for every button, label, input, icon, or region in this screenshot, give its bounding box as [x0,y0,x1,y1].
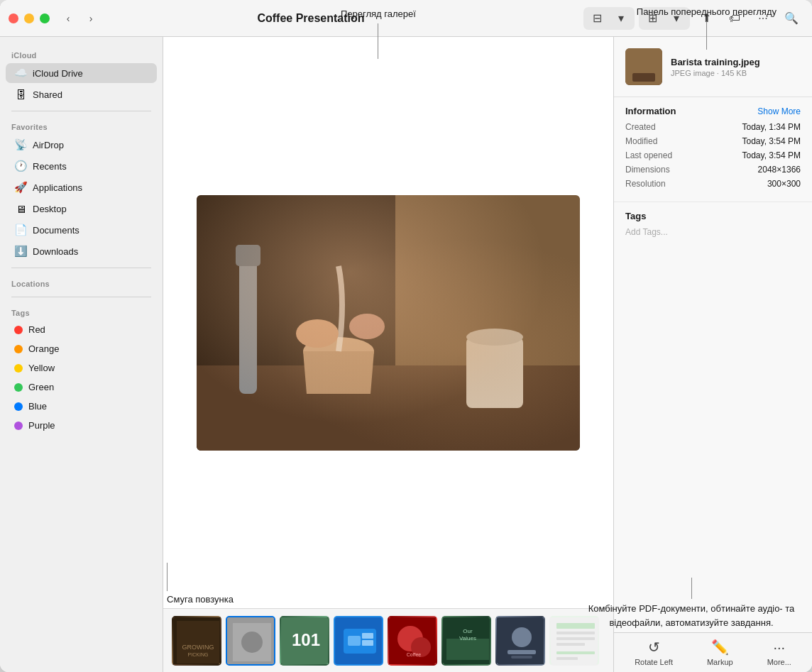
rotate-left-icon: ↺ [648,639,660,656]
dimensions-value: 2048×1366 [758,165,801,175]
svg-point-7 [466,329,523,346]
more-options-button[interactable]: ··· More... [762,637,797,669]
more-button[interactable]: ··· [751,9,775,28]
file-thumbnail [625,48,662,85]
resolution-value: 300×300 [767,179,801,189]
favorites-section-header: Favorites [0,117,163,134]
sidebar-item-tag-red[interactable]: Red [6,321,157,338]
svg-rect-6 [466,337,523,408]
svg-rect-10 [197,195,580,451]
sidebar-label-purple: Purple [28,420,55,431]
gallery-view-area[interactable] [163,37,613,608]
back-button[interactable]: ‹ [58,9,78,28]
svg-text:Values: Values [459,635,476,641]
applications-icon: 🚀 [14,181,27,194]
navigation-buttons: ‹ › [58,9,101,28]
group-button[interactable]: ⊞ ▾ [639,7,690,30]
modified-row: Modified Today, 3:54 PM [625,136,801,146]
svg-text:GROWING: GROWING [182,644,214,651]
sidebar-item-tag-blue[interactable]: Blue [6,397,157,415]
tags-section: Tags Add Tags... [614,202,812,246]
share-button[interactable]: ⬆ [694,9,718,28]
svg-rect-36 [511,656,532,659]
svg-rect-23 [362,633,373,639]
filmstrip-thumb-3[interactable]: 101 [280,616,329,666]
tags-title: Tags [625,211,801,221]
last-opened-value: Today, 3:54 PM [742,150,801,160]
coffee-barista-image [197,195,580,451]
tags-button[interactable]: 🏷 [723,9,747,28]
tag-color-blue [14,402,23,411]
sidebar-label-airdrop: AirDrop [33,140,64,150]
minimize-button[interactable] [24,13,34,23]
svg-point-17 [241,632,263,653]
information-section: Information Show More Created Today, 1:3… [614,97,812,202]
modified-label: Modified [625,136,657,146]
group-options-button[interactable]: ▾ [664,9,688,28]
modified-value: Today, 3:54 PM [742,136,801,146]
filmstrip-thumb-2[interactable] [226,616,275,666]
close-button[interactable] [9,13,18,23]
filmstrip-thumb-8[interactable] [549,616,599,666]
window-title: Coffee Presentation [109,12,512,25]
gallery-view-button[interactable]: ⊟ [585,9,609,28]
rotate-left-label: Rotate Left [635,658,673,666]
forward-button[interactable]: › [81,9,101,28]
rotate-left-button[interactable]: ↺ Rotate Left [629,636,679,669]
titlebar: ‹ › Coffee Presentation ⊟ ▾ ⊞ ▾ ⬆ 🏷 ··· … [0,0,812,37]
add-tags-field[interactable]: Add Tags... [625,227,801,237]
view-options-button[interactable]: ▾ [609,9,633,28]
sidebar-item-tag-orange[interactable]: Orange [6,340,157,358]
markup-button[interactable]: ✏️ Markup [701,636,739,669]
svg-rect-22 [348,636,361,646]
dimensions-label: Dimensions [625,165,670,175]
sidebar-label-blue: Blue [28,401,47,412]
created-label: Created [625,122,656,132]
sidebar-item-tag-green[interactable]: Green [6,378,157,396]
more-options-icon: ··· [773,639,785,656]
sidebar-item-tag-purple[interactable]: Purple [6,417,157,434]
selected-image[interactable] [197,195,580,451]
sidebar-item-recents[interactable]: 🕐 Recents [6,156,157,176]
filmstrip-thumb-5[interactable]: Coffee [388,616,437,666]
svg-rect-0 [197,195,580,451]
sidebar-item-desktop[interactable]: 🖥 Desktop [6,199,157,219]
sidebar-item-tag-yellow[interactable]: Yellow [6,359,157,377]
divider-1 [11,111,151,111]
file-type: JPEG image · 145 KB [671,69,801,77]
svg-rect-39 [556,632,595,634]
maximize-button[interactable] [40,13,50,23]
filmstrip[interactable]: GROWING PICKING 101 [163,608,613,672]
sidebar-item-airdrop[interactable]: 📡 AirDrop [6,135,157,155]
sidebar-item-applications[interactable]: 🚀 Applications [6,177,157,197]
file-info: Barista training.jpeg JPEG image · 145 K… [671,57,801,77]
sidebar-item-shared[interactable]: 🗄 Shared [6,84,157,104]
show-more-button[interactable]: Show More [757,106,801,116]
filmstrip-thumb-4[interactable] [334,616,383,666]
filmstrip-thumb-1[interactable]: GROWING PICKING [172,616,221,666]
sidebar-item-downloads[interactable]: ⬇️ Downloads [6,241,157,261]
locations-section-header: Locations [0,274,163,291]
resolution-row: Resolution 300×300 [625,179,801,189]
view-switcher[interactable]: ⊟ ▾ [583,7,635,30]
group-by-button[interactable]: ⊞ [640,9,664,28]
resolution-label: Resolution [625,179,666,189]
filmstrip-thumb-6[interactable]: Our Values [441,616,491,666]
sidebar-label-red: Red [28,324,45,335]
svg-rect-12 [177,621,219,663]
svg-rect-30 [446,639,489,660]
svg-rect-35 [508,650,536,654]
sidebar-item-documents[interactable]: 📄 Documents [6,220,157,240]
svg-text:Our: Our [463,628,473,634]
sidebar-item-icloud-drive[interactable]: ☁️ iCloud Drive [6,63,157,83]
coffee-scene-svg [197,195,580,451]
svg-point-8 [296,319,339,348]
dimensions-row: Dimensions 2048×1366 [625,165,801,175]
search-button[interactable]: 🔍 [779,9,803,28]
tag-color-yellow [14,364,23,373]
info-title: Information [625,106,676,116]
preview-panel: Barista training.jpeg JPEG image · 145 K… [613,37,812,672]
filmstrip-thumb-7[interactable] [495,616,545,666]
sidebar-label-orange: Orange [28,343,59,354]
sidebar: iCloud ☁️ iCloud Drive 🗄 Shared Favorite… [0,37,163,672]
